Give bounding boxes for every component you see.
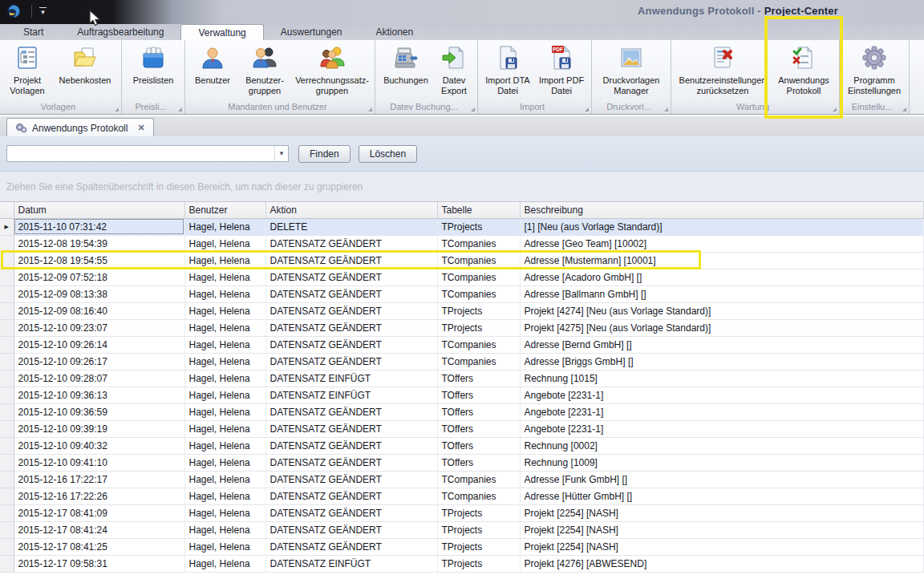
cell-tabelle[interactable]: TCompanies (437, 235, 520, 252)
cell-beschreibung[interactable]: Adresse [Acadoro GmbH] [] (520, 269, 924, 285)
cell-aktion[interactable]: DATENSATZ GEÄNDERT (265, 471, 437, 488)
table-row[interactable]: 2015-12-17 09:58:31Hagel, HelenaDATENSAT… (0, 555, 924, 572)
cell-datum[interactable]: 2015-12-17 08:41:24 (14, 521, 184, 538)
cell-datum[interactable]: 2015-12-09 08:13:38 (14, 285, 184, 302)
dialog-launcher-icon[interactable] (833, 107, 837, 111)
ribbon-button-projekt-vorlagen[interactable]: Projekt Vorlagen (4, 43, 51, 97)
tab-aktionen[interactable]: Aktionen (359, 24, 431, 40)
cell-tabelle[interactable]: TOffers (437, 420, 520, 437)
table-row[interactable]: 2015-12-16 17:22:17Hagel, HelenaDATENSAT… (0, 471, 924, 488)
ribbon-button-anwendungs-protokoll[interactable]: Anwendungs Protokoll (772, 43, 835, 97)
cell-aktion[interactable]: DATENSATZ GEÄNDERT (265, 235, 437, 252)
cell-benutzer[interactable]: Hagel, Helena (184, 521, 265, 538)
cell-benutzer[interactable]: Hagel, Helena (184, 420, 265, 437)
ribbon-button-verrechnungssatzgruppen[interactable]: Verrechnungssatz-gruppen (294, 43, 371, 97)
table-row[interactable]: 2015-12-09 07:52:18Hagel, HelenaDATENSAT… (0, 269, 924, 285)
cell-datum[interactable]: 2015-12-10 09:36:59 (14, 403, 184, 420)
cell-benutzer[interactable]: Hagel, Helena (184, 235, 265, 252)
document-tab-anwendungs-protokoll[interactable]: Anwendungs Protokoll ✕ (6, 118, 154, 137)
cell-datum[interactable]: 2015-12-17 08:41:25 (14, 538, 184, 555)
table-row[interactable]: 2015-12-10 09:28:07Hagel, HelenaDATENSAT… (0, 370, 924, 387)
cell-tabelle[interactable]: TCompanies (437, 285, 520, 302)
cell-aktion[interactable]: DATENSATZ GEÄNDERT (265, 319, 437, 336)
cell-beschreibung[interactable]: Projekt [2254] [NASH] (520, 504, 924, 521)
cell-beschreibung[interactable]: Rechnung [0002] (520, 437, 924, 454)
cell-tabelle[interactable]: TProjects (437, 302, 520, 319)
column-header-tabelle[interactable]: Tabelle (437, 202, 520, 218)
cell-aktion[interactable]: DATENSATZ GEÄNDERT (265, 538, 437, 555)
cell-benutzer[interactable]: Hagel, Helena (184, 488, 265, 504)
table-row[interactable]: 2015-12-10 09:26:17Hagel, HelenaDATENSAT… (0, 353, 924, 370)
table-row[interactable]: 2015-12-09 08:16:40Hagel, HelenaDATENSAT… (0, 302, 924, 319)
cell-datum[interactable]: 2015-12-17 09:58:31 (14, 555, 184, 572)
cell-aktion[interactable]: DATENSATZ GEÄNDERT (265, 269, 437, 285)
cell-benutzer[interactable]: Hagel, Helena (184, 555, 265, 572)
cell-tabelle[interactable]: TOffers (437, 387, 520, 403)
chevron-down-icon[interactable]: ▼ (39, 7, 47, 16)
dialog-launcher-icon[interactable] (585, 107, 589, 111)
cell-benutzer[interactable]: Hagel, Helena (184, 437, 265, 454)
close-icon[interactable]: ✕ (137, 123, 144, 133)
cell-tabelle[interactable]: TProjects (437, 555, 520, 572)
cell-tabelle[interactable]: TOffers (437, 370, 520, 387)
cell-aktion[interactable]: DATENSATZ GEÄNDERT (265, 504, 437, 521)
find-button[interactable]: Finden (298, 145, 351, 163)
cell-aktion[interactable]: DATENSATZ GEÄNDERT (265, 302, 437, 319)
cell-tabelle[interactable]: TCompanies (437, 269, 520, 285)
table-row[interactable]: 2015-12-08 19:54:39Hagel, HelenaDATENSAT… (0, 235, 924, 252)
cell-datum[interactable]: 2015-12-10 09:36:13 (14, 387, 184, 403)
cell-datum[interactable]: 2015-12-10 09:26:17 (14, 353, 184, 370)
cell-aktion[interactable]: DATENSATZ EINFÜGT (265, 370, 437, 387)
table-row[interactable]: 2015-12-09 08:13:38Hagel, HelenaDATENSAT… (0, 285, 924, 302)
cell-aktion[interactable]: DATENSATZ GEÄNDERT (265, 353, 437, 370)
cell-aktion[interactable]: DATENSATZ GEÄNDERT (265, 336, 437, 353)
dialog-launcher-icon[interactable] (178, 107, 182, 111)
cell-aktion[interactable]: DATENSATZ GEÄNDERT (265, 403, 437, 420)
cell-datum[interactable]: 2015-12-10 09:26:14 (14, 336, 184, 353)
cell-datum[interactable]: 2015-12-10 09:41:10 (14, 454, 184, 471)
table-row[interactable]: 2015-12-17 08:41:25Hagel, HelenaDATENSAT… (0, 538, 924, 555)
dialog-launcher-icon[interactable] (368, 107, 372, 111)
ribbon-button-import-pdf-datei[interactable]: PDF Import PDF Datei (536, 43, 587, 97)
dialog-launcher-icon[interactable] (471, 107, 475, 111)
cell-datum[interactable]: 2015-12-08 19:54:55 (14, 252, 184, 269)
cell-aktion[interactable]: DATENSATZ GEÄNDERT (265, 437, 437, 454)
cell-aktion[interactable]: DATENSATZ GEÄNDERT (265, 454, 437, 471)
cell-aktion[interactable]: DELETE (265, 218, 437, 235)
cell-datum[interactable]: 2015-12-08 19:54:39 (14, 235, 184, 252)
cell-beschreibung[interactable]: Adresse [Funk GmbH] [] (520, 471, 924, 488)
ribbon-button-buchungen[interactable]: Buchungen (379, 43, 432, 87)
cell-benutzer[interactable]: Hagel, Helena (184, 269, 265, 285)
cell-beschreibung[interactable]: Angebote [2231-1] (520, 420, 924, 437)
clear-button[interactable]: Löschen (359, 145, 417, 163)
cell-benutzer[interactable]: Hagel, Helena (184, 252, 265, 269)
tab-start[interactable]: Start (6, 24, 60, 40)
cell-tabelle[interactable]: TProjects (437, 319, 520, 336)
tab-auswertungen[interactable]: Auswertungen (264, 24, 359, 40)
cell-tabelle[interactable]: TProjects (437, 521, 520, 538)
table-row[interactable]: ▶2015-11-10 07:31:42Hagel, HelenaDELETET… (0, 218, 924, 235)
cell-datum[interactable]: 2015-12-09 08:16:40 (14, 302, 184, 319)
cell-tabelle[interactable]: TCompanies (437, 471, 520, 488)
cell-datum[interactable]: 2015-12-16 17:22:26 (14, 488, 184, 504)
group-by-panel[interactable]: Ziehen Sie eine Spaltenüberschrift in di… (0, 172, 924, 202)
table-row[interactable]: 2015-12-08 19:54:55Hagel, HelenaDATENSAT… (0, 252, 924, 269)
cell-benutzer[interactable]: Hagel, Helena (184, 471, 265, 488)
cell-beschreibung[interactable]: Adresse [Bernd GmbH] [] (520, 336, 924, 353)
cell-aktion[interactable]: DATENSATZ GEÄNDERT (265, 285, 437, 302)
cell-datum[interactable]: 2015-12-10 09:28:07 (14, 370, 184, 387)
table-row[interactable]: 2015-12-16 17:22:26Hagel, HelenaDATENSAT… (0, 488, 924, 504)
table-row[interactable]: 2015-12-10 09:39:19Hagel, HelenaDATENSAT… (0, 420, 924, 437)
cell-beschreibung[interactable]: Adresse [Geo Team] [10002] (520, 235, 924, 252)
cell-tabelle[interactable]: TOffers (437, 403, 520, 420)
cell-benutzer[interactable]: Hagel, Helena (184, 336, 265, 353)
ribbon-button-benutzer[interactable]: Benutzer (189, 43, 236, 87)
app-logo-icon[interactable] (6, 4, 21, 18)
cell-beschreibung[interactable]: Adresse [Mustermann] [10001] (520, 252, 924, 269)
cell-aktion[interactable]: DATENSATZ GEÄNDERT (265, 420, 437, 437)
cell-beschreibung[interactable]: Adresse [Ballmann GmbH] [] (520, 285, 924, 302)
cell-datum[interactable]: 2015-12-09 07:52:18 (14, 269, 184, 285)
cell-beschreibung[interactable]: Angebote [2231-1] (520, 403, 924, 420)
cell-tabelle[interactable]: TOffers (437, 437, 520, 454)
cell-benutzer[interactable]: Hagel, Helena (184, 353, 265, 370)
